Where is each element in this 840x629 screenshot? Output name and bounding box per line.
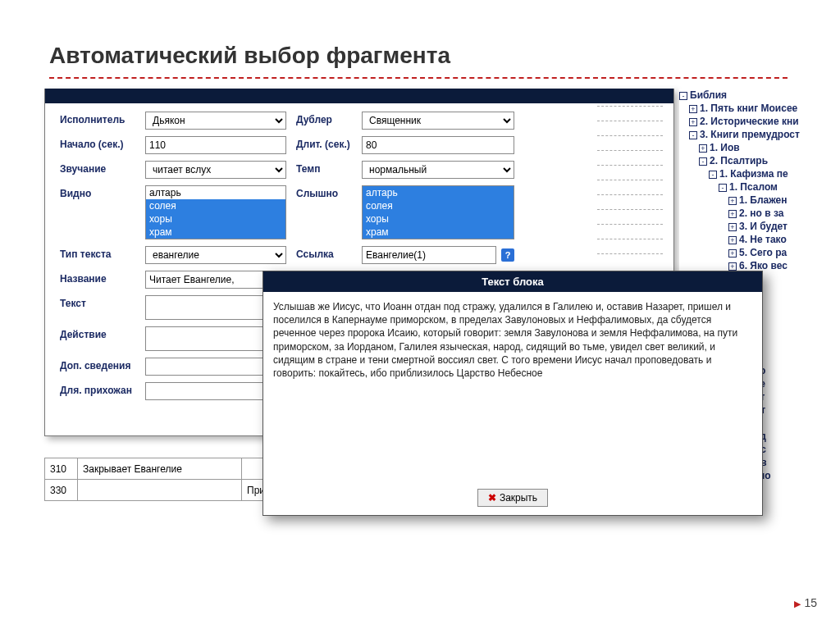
tree-label: 1. Псалом <box>729 181 778 193</box>
tree-node[interactable]: -Библия <box>679 89 840 102</box>
collapse-icon[interactable]: - <box>689 131 697 139</box>
expand-icon[interactable]: + <box>728 236 737 244</box>
length-sec-input[interactable] <box>362 136 514 154</box>
tree-label: 3. И будет <box>739 221 788 232</box>
slide-title: Автоматический выбор фрагмента <box>49 43 450 69</box>
tree-label: 1. Блажен <box>739 194 788 206</box>
understudy-label: Дублер <box>286 112 362 125</box>
tree-label: Библия <box>690 89 727 101</box>
reference-input[interactable] <box>362 246 496 264</box>
start-sec-label: Начало (сек.) <box>60 136 145 150</box>
name-label: Название <box>60 271 145 285</box>
tree-label: 1. Иов <box>710 142 740 153</box>
title-divider <box>49 77 788 79</box>
form-titlebar <box>45 89 673 103</box>
tree-label: 1. Пять книг Моисее <box>700 103 797 114</box>
cell-time[interactable]: 330 <box>45 480 78 501</box>
text-label: Текст <box>60 295 145 309</box>
tree-node[interactable]: -1. Кафизма пе <box>679 167 840 180</box>
cell-desc[interactable]: Закрывает Евангелие <box>78 458 242 480</box>
help-icon[interactable]: ? <box>501 248 514 262</box>
length-sec-label: Длит. (сек.) <box>286 136 362 150</box>
dialog-title: Текст блока <box>263 271 762 292</box>
expand-icon[interactable]: + <box>728 249 737 258</box>
tree-label: 6. Яко вес <box>739 260 788 271</box>
tree-label: 4. Не тако <box>739 234 787 245</box>
visible-opt-2[interactable]: хоры <box>146 212 285 226</box>
performer-label: Исполнитель <box>60 112 145 125</box>
close-button[interactable]: ✖Закрыть <box>477 489 548 507</box>
tempo-select[interactable]: нормальный <box>362 161 514 179</box>
visible-opt-1[interactable]: солея <box>146 199 285 212</box>
sound-label: Звучание <box>60 161 145 175</box>
expand-icon[interactable]: + <box>728 262 737 271</box>
expand-icon[interactable]: + <box>728 197 737 205</box>
expand-icon[interactable]: + <box>699 144 707 153</box>
audible-opt-3[interactable]: храм <box>363 226 514 239</box>
visible-opt-3[interactable]: храм <box>146 226 285 239</box>
audible-opt-2[interactable]: хоры <box>363 212 514 226</box>
tree-node[interactable]: +2. но в за <box>679 207 840 220</box>
audible-label: Слышно <box>286 185 362 199</box>
timeline-ruler <box>597 92 663 264</box>
extra-label: Доп. сведения <box>60 358 145 371</box>
collapse-icon[interactable]: - <box>699 157 707 166</box>
tree-label: 5. Сего ра <box>739 247 787 258</box>
text-type-label: Тип текста <box>60 246 145 260</box>
visible-opt-0[interactable]: алтарь <box>146 186 285 199</box>
tree-node[interactable]: +3. И будет <box>679 220 840 233</box>
text-block-dialog: Текст блока Услышав же Иисус, что Иоанн … <box>262 271 763 516</box>
tree-label: 1. Кафизма пе <box>719 168 788 180</box>
collapse-icon[interactable]: - <box>709 171 717 179</box>
audible-opt-1[interactable]: солея <box>363 199 514 212</box>
tree-node[interactable]: -1. Псалом <box>679 180 840 194</box>
tree-node[interactable]: +1. Пять книг Моисее <box>679 102 840 115</box>
performer-select[interactable]: Дьякон <box>145 112 286 130</box>
tree-label: 2. Псалтирь <box>710 155 768 166</box>
laity-label: Для. прихожан <box>60 382 145 396</box>
tree-node[interactable]: +1. Иов <box>679 141 840 154</box>
sound-select[interactable]: читает вслух <box>145 161 286 179</box>
page-number: ▶15 <box>794 596 817 609</box>
tree-label: 2. Исторические кни <box>700 116 799 127</box>
action-label: Действие <box>60 326 145 340</box>
expand-icon[interactable]: + <box>689 118 697 126</box>
tempo-label: Темп <box>286 161 362 175</box>
visible-list[interactable]: алтарь солея хоры храм <box>145 185 286 239</box>
collapse-icon[interactable]: - <box>679 92 687 100</box>
visible-label: Видно <box>60 185 145 199</box>
arrow-icon: ▶ <box>794 599 801 608</box>
tree-label: 2. но в за <box>739 207 783 219</box>
dialog-body: Услышав же Иисус, что Иоанн отдан под ст… <box>263 292 762 481</box>
cell-time[interactable]: 310 <box>45 458 78 480</box>
understudy-select[interactable]: Священник <box>362 112 514 130</box>
tree-node[interactable]: +2. Исторические кни <box>679 115 840 128</box>
reference-label: Ссылка <box>286 246 362 260</box>
expand-icon[interactable]: + <box>689 105 697 113</box>
expand-icon[interactable]: + <box>728 210 737 218</box>
tree-node[interactable]: -3. Книги премудрост <box>679 128 840 141</box>
audible-opt-0[interactable]: алтарь <box>363 186 514 199</box>
audible-list[interactable]: алтарь солея хоры храм <box>362 185 514 239</box>
tree-node[interactable]: -2. Псалтирь <box>679 154 840 167</box>
start-sec-input[interactable] <box>145 136 286 154</box>
collapse-icon[interactable]: - <box>719 184 727 192</box>
tree-node[interactable]: +5. Сего ра <box>679 246 840 259</box>
close-icon: ✖ <box>488 492 496 504</box>
tree-node[interactable]: +1. Блажен <box>679 194 840 207</box>
cell-desc[interactable] <box>78 480 242 501</box>
tree-label: 3. Книги премудрост <box>700 129 800 140</box>
text-type-select[interactable]: евангелие <box>145 246 286 264</box>
expand-icon[interactable]: + <box>728 223 737 231</box>
tree-node[interactable]: +4. Не тако <box>679 233 840 246</box>
